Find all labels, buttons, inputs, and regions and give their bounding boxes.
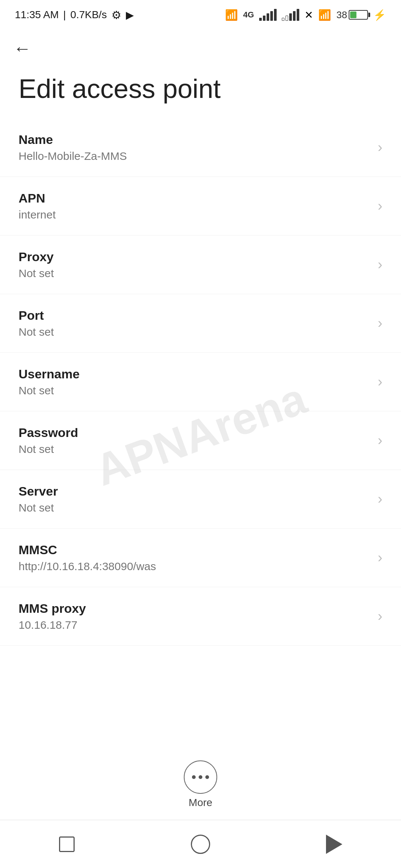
settings-item-title-mmsc: MMSC	[19, 543, 370, 557]
settings-item-apn[interactable]: APNinternet›	[0, 177, 401, 236]
settings-item-subtitle-mms-proxy: 10.16.18.77	[19, 619, 370, 631]
settings-item-content-proxy: ProxyNot set	[19, 250, 370, 280]
more-circle-icon	[184, 760, 217, 794]
network-4g-icon: 4G	[243, 10, 254, 20]
nav-back-button[interactable]	[319, 829, 349, 859]
settings-item-content-mmsc: MMSChttp://10.16.18.4:38090/was	[19, 543, 370, 573]
settings-item-content-username: UsernameNot set	[19, 367, 370, 397]
settings-item-server[interactable]: ServerNot set›	[0, 470, 401, 529]
settings-icon: ⚙	[111, 9, 121, 22]
chevron-right-icon-password: ›	[378, 433, 382, 448]
settings-item-title-password: Password	[19, 425, 370, 440]
settings-item-content-password: PasswordNot set	[19, 425, 370, 456]
settings-item-title-proxy: Proxy	[19, 250, 370, 264]
charging-icon: ⚡	[373, 9, 386, 21]
video-icon: ▶	[126, 9, 134, 21]
settings-item-title-name: Name	[19, 132, 370, 147]
settings-item-mmsc[interactable]: MMSChttp://10.16.18.4:38090/was›	[0, 529, 401, 587]
recent-apps-icon	[59, 836, 75, 852]
back-arrow-icon: ←	[13, 38, 31, 59]
settings-item-subtitle-username: Not set	[19, 384, 370, 397]
wifi-icon: 📶	[318, 9, 331, 21]
settings-item-subtitle-apn: internet	[19, 208, 370, 221]
signal-bars-1	[259, 9, 277, 21]
network-speed: 0.7KB/s	[71, 9, 107, 21]
settings-item-content-apn: APNinternet	[19, 191, 370, 221]
settings-item-subtitle-port: Not set	[19, 326, 370, 338]
settings-item-title-apn: APN	[19, 191, 370, 206]
settings-item-mms-proxy[interactable]: MMS proxy10.16.18.77›	[0, 587, 401, 646]
settings-item-subtitle-server: Not set	[19, 502, 370, 514]
chevron-right-icon-mmsc: ›	[378, 550, 382, 566]
settings-item-password[interactable]: PasswordNot set›	[0, 411, 401, 470]
settings-item-title-username: Username	[19, 367, 370, 381]
status-right: 📶 4G ✕ 📶 38 ⚡	[225, 9, 386, 21]
chevron-right-icon-mms-proxy: ›	[378, 608, 382, 624]
nav-recent-apps-button[interactable]	[52, 829, 82, 859]
nav-home-button[interactable]	[186, 829, 215, 859]
settings-item-port[interactable]: PortNot set›	[0, 294, 401, 353]
status-bar: 11:35 AM | 0.7KB/s ⚙ ▶ 📶 4G ✕ 📶 38	[0, 0, 401, 30]
settings-item-subtitle-password: Not set	[19, 443, 370, 456]
settings-item-title-server: Server	[19, 484, 370, 499]
settings-item-title-port: Port	[19, 308, 370, 323]
bluetooth-icon: 📶	[225, 9, 238, 21]
battery-indicator: 38	[336, 9, 368, 21]
settings-item-title-mms-proxy: MMS proxy	[19, 601, 370, 616]
wifi-cross-icon: ✕	[304, 9, 313, 21]
chevron-right-icon-server: ›	[378, 491, 382, 507]
chevron-right-icon-name: ›	[378, 139, 382, 155]
back-button[interactable]: ←	[11, 37, 33, 59]
settings-item-subtitle-name: Hello-Mobile-Za-MMS	[19, 150, 370, 162]
toolbar: ←	[0, 30, 401, 67]
chevron-right-icon-port: ›	[378, 315, 382, 331]
settings-list: NameHello-Mobile-Za-MMS›APNinternet›Prox…	[0, 118, 401, 646]
signal-bars-2	[282, 9, 299, 21]
chevron-right-icon-apn: ›	[378, 198, 382, 214]
navigation-bar	[0, 820, 401, 868]
settings-item-name[interactable]: NameHello-Mobile-Za-MMS›	[0, 118, 401, 177]
settings-item-proxy[interactable]: ProxyNot set›	[0, 236, 401, 294]
back-icon	[326, 835, 342, 854]
chevron-right-icon-proxy: ›	[378, 257, 382, 273]
more-button[interactable]: More	[184, 760, 217, 809]
separator: |	[63, 9, 66, 21]
settings-item-content-server: ServerNot set	[19, 484, 370, 514]
settings-item-content-port: PortNot set	[19, 308, 370, 338]
settings-item-content-name: NameHello-Mobile-Za-MMS	[19, 132, 370, 162]
status-left: 11:35 AM | 0.7KB/s ⚙ ▶	[15, 9, 134, 22]
home-icon	[191, 835, 210, 854]
settings-item-content-mms-proxy: MMS proxy10.16.18.77	[19, 601, 370, 631]
settings-item-subtitle-mmsc: http://10.16.18.4:38090/was	[19, 560, 370, 573]
settings-item-subtitle-proxy: Not set	[19, 267, 370, 280]
settings-item-username[interactable]: UsernameNot set›	[0, 353, 401, 411]
page-title: Edit access point	[0, 67, 401, 118]
more-label: More	[189, 797, 212, 809]
chevron-right-icon-username: ›	[378, 374, 382, 390]
time-display: 11:35 AM	[15, 9, 59, 21]
